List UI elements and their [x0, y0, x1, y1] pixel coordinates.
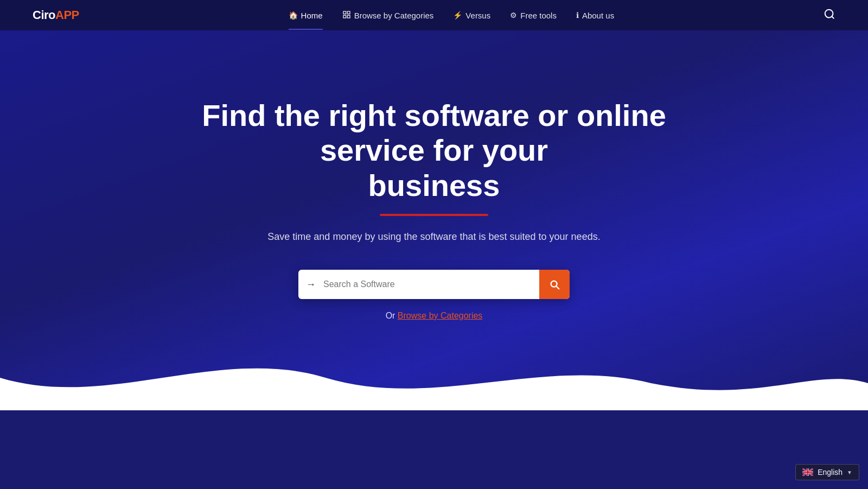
wave-decoration [0, 345, 868, 410]
hero-title: Find the right software or online servic… [190, 98, 678, 203]
nav-label-versus: Versus [465, 11, 490, 20]
browse-or-text: Or [386, 311, 398, 320]
search-button[interactable] [539, 270, 570, 299]
hero-section: Find the right software or online servic… [0, 30, 868, 410]
search-arrow-icon: → [298, 279, 323, 290]
home-icon: 🏠 [289, 11, 298, 20]
language-label: English [818, 468, 843, 477]
nav-item-freetools[interactable]: ⚙ Free tools [510, 1, 557, 30]
svg-rect-1 [347, 11, 350, 14]
nav-label-about: About us [582, 11, 614, 20]
language-selector[interactable]: English ▼ [795, 464, 859, 480]
nav-item-home[interactable]: 🏠 Home [289, 1, 323, 30]
nav-label-categories: Browse by Categories [354, 11, 434, 20]
nav-label-home: Home [301, 11, 323, 20]
nav-menu: 🏠 Home Browse by Categories ⚡ Versus ⚙ F… [289, 1, 615, 30]
nav-item-versus[interactable]: ⚡ Versus [453, 1, 490, 30]
navbar: CiroAPP 🏠 Home Browse by Categories ⚡ Ve… [0, 0, 868, 30]
flag-icon [802, 468, 813, 476]
nav-item-about[interactable]: ℹ About us [576, 1, 614, 30]
search-box: → [298, 270, 570, 299]
svg-point-4 [825, 9, 833, 17]
navbar-search-icon[interactable] [824, 8, 835, 23]
info-icon: ℹ [576, 11, 579, 20]
nav-item-categories[interactable]: Browse by Categories [342, 1, 434, 30]
nav-label-freetools: Free tools [520, 11, 557, 20]
svg-rect-2 [343, 15, 346, 18]
categories-icon [342, 10, 351, 21]
browse-categories-link[interactable]: Browse by Categories [398, 311, 483, 320]
tools-icon: ⚙ [510, 11, 517, 20]
svg-rect-3 [347, 15, 350, 18]
logo[interactable]: CiroAPP [33, 8, 79, 22]
versus-icon: ⚡ [453, 11, 462, 20]
hero-underline [380, 214, 488, 216]
svg-line-5 [832, 16, 834, 18]
logo-app: APP [55, 8, 79, 22]
browse-link-container: Or Browse by Categories [386, 311, 483, 321]
chevron-down-icon: ▼ [847, 469, 852, 475]
hero-title-line1: Find the right software or online servic… [202, 98, 666, 167]
hero-title-line2: business [368, 168, 500, 202]
logo-ciro: Ciro [33, 8, 55, 22]
svg-rect-0 [343, 11, 346, 14]
search-input[interactable] [323, 280, 539, 289]
hero-subtitle: Save time and money by using the softwar… [267, 231, 600, 243]
